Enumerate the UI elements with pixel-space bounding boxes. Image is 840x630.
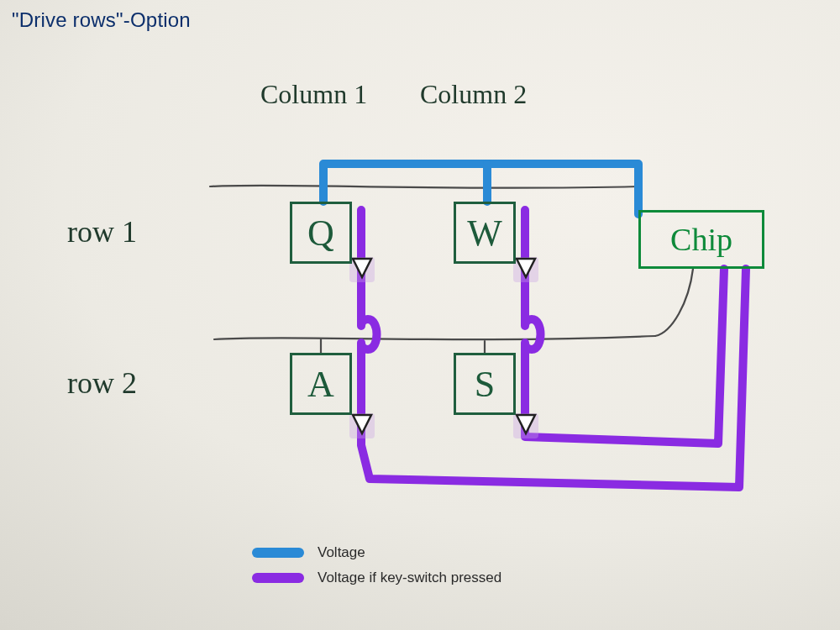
- legend: Voltage Voltage if key-switch pressed: [252, 544, 501, 595]
- legend-voltage: Voltage: [252, 544, 501, 561]
- legend-voltage-pressed-swatch: [252, 573, 304, 583]
- legend-voltage-pressed-label: Voltage if key-switch pressed: [318, 570, 501, 586]
- wiring-layer: [0, 0, 840, 630]
- legend-voltage-pressed: Voltage if key-switch pressed: [252, 570, 501, 586]
- chip-box: Chip: [638, 210, 764, 269]
- key-a: A: [290, 353, 352, 415]
- key-s: S: [454, 353, 516, 415]
- legend-voltage-label: Voltage: [318, 544, 365, 561]
- row2-wire: [214, 336, 655, 339]
- key-a-label: A: [307, 363, 334, 406]
- row1-wire: [210, 186, 638, 188]
- key-q-label: Q: [307, 212, 334, 255]
- key-s-label: S: [475, 363, 495, 406]
- legend-voltage-swatch: [252, 548, 304, 558]
- key-w: W: [454, 202, 516, 264]
- diagram-stage: "Drive rows"-Option Column 1 Column 2 ro…: [0, 0, 840, 630]
- key-q: Q: [290, 202, 352, 264]
- chip-label: Chip: [670, 221, 732, 258]
- row2-to-chip: [655, 269, 693, 336]
- key-w-label: W: [467, 212, 502, 255]
